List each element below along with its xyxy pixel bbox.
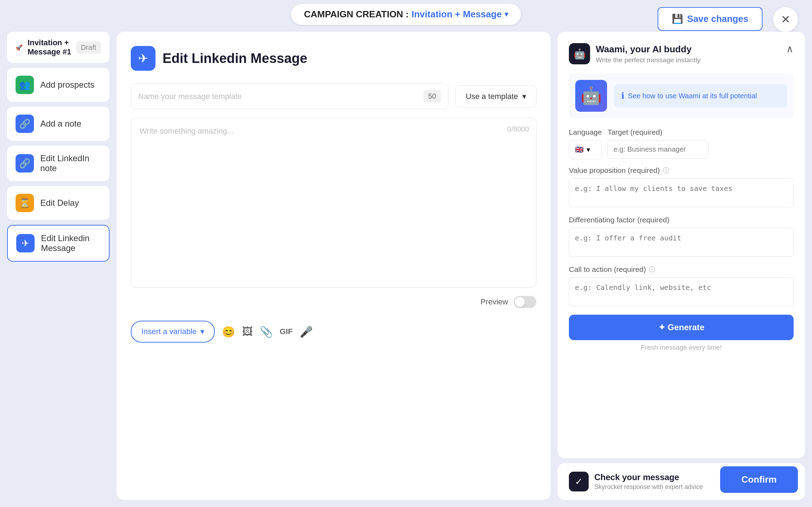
language-target-row: Language 🇬🇧 ▾ Target (required) [569, 128, 794, 159]
generate-button[interactable]: ✦ Generate [569, 315, 794, 340]
preview-label: Preview [481, 297, 508, 307]
sidebar-item-label: Edit Linkedin Message [41, 233, 100, 253]
differentiating-factor-input[interactable] [569, 228, 794, 257]
use-template-chevron-icon: ▾ [522, 92, 526, 101]
char-count: 50 [423, 90, 441, 103]
template-name-placeholder: Name your message template [138, 92, 242, 101]
add-prospects-icon: 👥 [16, 76, 34, 94]
info-badge-text: See how to use Waami at its full potenti… [628, 91, 757, 101]
emoji-icon[interactable]: 😊 [222, 326, 235, 338]
save-changes-label: Save changes [687, 13, 748, 24]
sidebar-item-add-note[interactable]: 🔗 Add a note [7, 107, 110, 141]
campaign-name: Invitation + Message [412, 9, 502, 20]
call-to-action-input[interactable] [569, 277, 794, 306]
edit-delay-icon: ⏳ [16, 194, 34, 212]
draft-badge: Draft [76, 41, 101, 54]
campaign-label: CAMPAIGN CREATION : [304, 9, 409, 20]
insert-variable-chevron-icon: ▾ [200, 327, 204, 336]
ai-panel-title-row: 🤖 Waami, your AI buddy Write the perfect… [569, 43, 700, 64]
robot-info-row: 🤖 ℹ See how to use Waami at its full pot… [569, 74, 794, 118]
message-area[interactable]: Write something amazing... 0/8000 [131, 118, 536, 287]
value-proposition-input[interactable] [569, 178, 794, 207]
differentiating-factor-label: Differentiating factor (required) [569, 216, 794, 224]
edit-panel-title: Edit Linkedin Message [163, 51, 307, 66]
sidebar-item-add-prospects[interactable]: 👥 Add prospects [7, 68, 110, 102]
value-proposition-label: Value proposition (required) ⓘ [569, 166, 794, 175]
language-label: Language [569, 128, 602, 136]
differentiating-factor-group: Differentiating factor (required) [569, 216, 794, 258]
language-select[interactable]: 🇬🇧 ▾ [569, 140, 602, 159]
check-panel-icon: ✓ [569, 472, 589, 491]
sidebar-item-label: Add a note [40, 119, 81, 129]
save-changes-button[interactable]: 💾 Save changes [658, 7, 763, 31]
sidebar-item-edit-message[interactable]: ✈ Edit Linkedin Message [7, 225, 110, 262]
main-content: ✈ Edit Linkedin Message Name your messag… [117, 32, 551, 500]
add-note-icon: 🔗 [16, 115, 34, 133]
sidebar-item-label: Edit Delay [40, 198, 79, 208]
sidebar-item-edit-delay[interactable]: ⏳ Edit Delay [7, 186, 110, 220]
campaign-title-pill[interactable]: CAMPAIGN CREATION : Invitation + Message… [291, 4, 521, 25]
collapse-icon: ∧ [786, 43, 794, 54]
gif-label[interactable]: GIF [280, 327, 293, 336]
sidebar-top-title: Invitation + Message #1 [28, 38, 76, 57]
template-row: Name your message template 50 Use a temp… [131, 83, 536, 109]
confirm-button[interactable]: Confirm [720, 466, 798, 493]
use-template-button[interactable]: Use a template ▾ [455, 85, 536, 108]
campaign-chevron-icon: ▾ [505, 10, 508, 18]
sidebar-item-edit-linkedin-note[interactable]: 🔗 Edit LinkedIn note [7, 146, 110, 181]
template-name-field[interactable]: Name your message template 50 [131, 83, 448, 109]
message-count: 0/8000 [507, 125, 529, 133]
close-icon: ✕ [781, 13, 790, 26]
generate-label: ✦ Generate [658, 322, 705, 332]
target-label: Target (required) [607, 128, 794, 136]
ai-panel-subtitle: Write the perfect message instantly [596, 56, 700, 64]
image-icon[interactable]: 🖼 [242, 326, 253, 338]
edit-header: ✈ Edit Linkedin Message [131, 46, 536, 71]
value-prop-info-icon: ⓘ [663, 166, 669, 175]
target-input[interactable] [607, 140, 709, 159]
insert-variable-label: Insert a variable [141, 327, 197, 336]
cta-info-icon: ⓘ [649, 265, 655, 274]
info-badge[interactable]: ℹ See how to use Waami at its full poten… [614, 84, 787, 107]
ai-panel-title: Waami, your AI buddy [596, 44, 700, 55]
check-panel-subtitle: Skyrocket response with expert advice [594, 483, 703, 491]
info-icon: ℹ [621, 90, 624, 102]
flag-icon: 🇬🇧 [575, 145, 584, 154]
ai-panel-collapse-button[interactable]: ∧ [786, 43, 794, 55]
insert-variable-button[interactable]: Insert a variable ▾ [131, 321, 215, 343]
sidebar: 🚀 Invitation + Message #1 Draft 👥 Add pr… [7, 32, 110, 267]
use-template-label: Use a template [466, 92, 518, 101]
fresh-message: Fresh message every time! [569, 344, 794, 351]
ai-panel: 🤖 Waami, your AI buddy Write the perfect… [558, 32, 805, 458]
check-panel-title: Check your message [594, 472, 703, 482]
confirm-label: Confirm [741, 474, 777, 485]
edit-header-icon: ✈ [131, 46, 155, 71]
attach-icon[interactable]: 📎 [260, 326, 273, 338]
preview-toggle[interactable] [514, 296, 536, 308]
robot-image: 🤖 [575, 80, 607, 112]
edit-linkedin-note-icon: 🔗 [16, 154, 34, 173]
preview-row: Preview [131, 296, 536, 308]
sidebar-item-label: Edit LinkedIn note [40, 153, 101, 173]
close-button[interactable]: ✕ [773, 7, 798, 32]
sidebar-top-icon: 🚀 [16, 44, 23, 51]
call-to-action-label: Call to action (required) ⓘ [569, 265, 794, 274]
edit-message-icon: ✈ [16, 234, 35, 252]
save-icon: 💾 [672, 13, 683, 24]
call-to-action-group: Call to action (required) ⓘ [569, 265, 794, 308]
mic-icon[interactable]: 🎤 [300, 326, 313, 338]
ai-panel-icon: 🤖 [569, 43, 590, 64]
right-panel: 🤖 Waami, your AI buddy Write the perfect… [558, 32, 805, 500]
value-proposition-group: Value proposition (required) ⓘ [569, 166, 794, 209]
check-panel-left: ✓ Check your message Skyrocket response … [569, 472, 703, 491]
ai-panel-header: 🤖 Waami, your AI buddy Write the perfect… [569, 43, 794, 64]
sidebar-item-label: Add prospects [40, 80, 94, 90]
bottom-toolbar: Insert a variable ▾ 😊 🖼 📎 GIF 🎤 [131, 315, 536, 343]
lang-chevron-icon: ▾ [587, 145, 590, 154]
sidebar-top-item[interactable]: 🚀 Invitation + Message #1 Draft [7, 32, 110, 63]
message-placeholder: Write something amazing... [140, 127, 234, 135]
